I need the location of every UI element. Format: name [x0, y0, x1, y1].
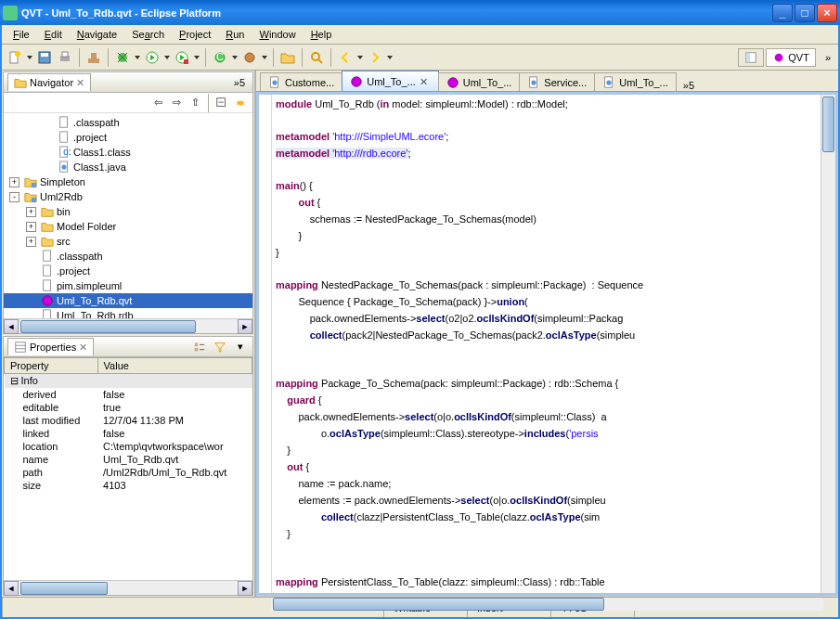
- tree-twisty[interactable]: +: [26, 207, 36, 217]
- editor-tab[interactable]: Uml_To_...: [594, 72, 677, 91]
- tree-node[interactable]: Class1.java: [4, 160, 252, 174]
- editor-hscroll[interactable]: ◄►: [256, 596, 838, 611]
- menu-run[interactable]: Run: [218, 27, 252, 42]
- tree-twisty[interactable]: -: [9, 192, 19, 202]
- menu-window[interactable]: Window: [252, 27, 303, 42]
- tree-node[interactable]: +bin: [4, 204, 252, 219]
- prop-name: size: [5, 479, 98, 492]
- prop-categories-icon[interactable]: [191, 339, 208, 355]
- tree-node[interactable]: +Model Folder: [4, 219, 252, 234]
- prop-col-value[interactable]: Value: [97, 358, 252, 374]
- tree-twisty[interactable]: +: [26, 237, 36, 247]
- print-button[interactable]: [56, 48, 74, 67]
- editor-tab-label: Custome...: [285, 77, 334, 88]
- collapse-all-icon[interactable]: [213, 95, 230, 111]
- nav-back-icon[interactable]: ⇦: [149, 95, 166, 111]
- navigator-hscroll[interactable]: ◄►: [4, 318, 252, 333]
- properties-label: Properties: [30, 342, 76, 353]
- menu-edit[interactable]: Edit: [37, 27, 70, 42]
- properties-hscroll[interactable]: ◄►: [4, 580, 252, 595]
- search-button[interactable]: [307, 48, 326, 67]
- tree-node[interactable]: +Simpleton: [4, 174, 252, 189]
- editor-tab[interactable]: Uml_To_...✕: [342, 71, 439, 91]
- new-class-button[interactable]: C: [211, 48, 229, 67]
- back-button[interactable]: [336, 48, 355, 67]
- prop-menu-icon[interactable]: ▾: [232, 339, 249, 355]
- navigator-tab[interactable]: Navigator ✕: [7, 73, 91, 91]
- run-dropdown[interactable]: [163, 48, 171, 67]
- run-ext-button[interactable]: [173, 48, 191, 67]
- qvt-icon: [41, 294, 54, 307]
- new-button[interactable]: [6, 48, 24, 67]
- build-button[interactable]: [84, 48, 103, 67]
- editor-tab-label: Service...: [544, 77, 587, 88]
- tree-node[interactable]: Uml_To_Rdb.qvt: [4, 293, 252, 308]
- new-package-dropdown[interactable]: [261, 48, 268, 67]
- run-button[interactable]: [143, 48, 162, 67]
- tree-node[interactable]: .project: [4, 130, 252, 145]
- editor-vscroll[interactable]: [821, 95, 835, 593]
- tree-node[interactable]: -Uml2Rdb: [4, 189, 252, 204]
- new-class-dropdown[interactable]: [231, 48, 239, 67]
- save-button[interactable]: [35, 48, 54, 67]
- new-dropdown[interactable]: [26, 48, 33, 67]
- perspective-qvt[interactable]: QVT: [766, 48, 816, 67]
- svg-point-21: [775, 53, 783, 61]
- editor-tabs-overflow[interactable]: »5: [679, 80, 698, 91]
- menu-file[interactable]: File: [6, 27, 37, 42]
- back-dropdown[interactable]: [356, 48, 364, 67]
- debug-dropdown[interactable]: [134, 48, 141, 67]
- tab-close-icon[interactable]: ✕: [420, 76, 431, 87]
- property-row[interactable]: last modified12/7/04 11:38 PM: [5, 414, 252, 427]
- prop-name: location: [5, 440, 98, 453]
- menu-search[interactable]: Search: [124, 27, 172, 42]
- link-editor-icon[interactable]: [232, 95, 249, 111]
- navigator-overflow[interactable]: »5: [230, 77, 249, 88]
- forward-button[interactable]: [366, 48, 384, 67]
- properties-tab-close-icon[interactable]: ✕: [79, 342, 87, 354]
- tree-node[interactable]: Uml_To_Rdb.rdb: [4, 308, 252, 318]
- tree-node[interactable]: 01Class1.class: [4, 145, 252, 160]
- forward-dropdown[interactable]: [386, 48, 394, 67]
- properties-tab[interactable]: Properties ✕: [7, 338, 94, 355]
- prop-filter-icon[interactable]: [212, 339, 228, 355]
- tree-node[interactable]: .classpath: [4, 115, 252, 130]
- editor-tab[interactable]: Service...: [519, 72, 595, 91]
- tree-node[interactable]: pim.simpleuml: [4, 278, 252, 293]
- navigator-label: Navigator: [30, 77, 73, 88]
- nav-forward-icon[interactable]: ⇨: [168, 95, 185, 111]
- open-type-button[interactable]: [278, 48, 297, 67]
- tree-node[interactable]: .classpath: [4, 249, 252, 264]
- property-row[interactable]: path/Uml2Rdb/Uml_To_Rdb.qvt: [5, 466, 252, 479]
- menu-help[interactable]: Help: [304, 27, 340, 42]
- toolbar: C QVT »: [2, 45, 838, 71]
- toolbar-overflow[interactable]: »: [821, 52, 834, 63]
- property-row[interactable]: editabletrue: [5, 401, 252, 414]
- open-perspective-button[interactable]: [738, 48, 764, 67]
- editor-tab[interactable]: Custome...: [260, 72, 342, 91]
- debug-button[interactable]: [113, 48, 132, 67]
- maximize-button[interactable]: □: [795, 4, 815, 22]
- minimize-button[interactable]: _: [772, 4, 793, 22]
- prop-col-property[interactable]: Property: [5, 358, 98, 374]
- prop-info-row[interactable]: ⊟ Info: [5, 374, 252, 389]
- nav-up-icon[interactable]: ⇧: [187, 95, 203, 111]
- proj-icon: [24, 175, 37, 188]
- tree-twisty[interactable]: +: [26, 222, 36, 232]
- editor-tab[interactable]: Uml_To_...: [438, 72, 521, 91]
- property-row[interactable]: linkedfalse: [5, 427, 252, 440]
- new-package-button[interactable]: [240, 48, 259, 67]
- navigator-tab-close-icon[interactable]: ✕: [76, 77, 84, 89]
- menu-project[interactable]: Project: [172, 27, 218, 42]
- property-row[interactable]: locationC:\temp\qvtworkspace\wor: [5, 440, 252, 453]
- code-area[interactable]: module Uml_To_Rdb (in model: simpleuml::…: [272, 95, 821, 593]
- tree-node[interactable]: +src: [4, 234, 252, 249]
- menu-navigate[interactable]: Navigate: [70, 27, 124, 42]
- property-row[interactable]: size4103: [5, 479, 252, 492]
- run-ext-dropdown[interactable]: [193, 48, 200, 67]
- tree-twisty[interactable]: +: [9, 177, 19, 187]
- property-row[interactable]: nameUml_To_Rdb.qvt: [5, 453, 252, 466]
- tree-node[interactable]: .project: [4, 264, 252, 278]
- property-row[interactable]: derivedfalse: [5, 388, 252, 401]
- close-button[interactable]: ×: [817, 4, 837, 22]
